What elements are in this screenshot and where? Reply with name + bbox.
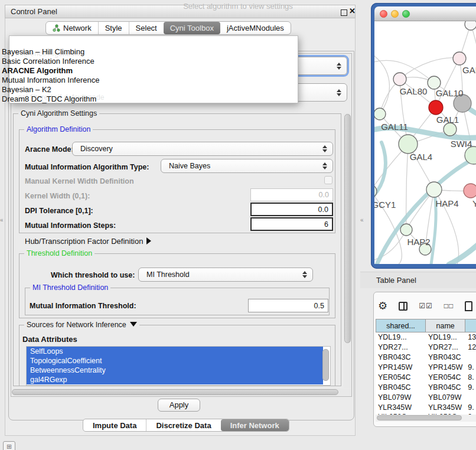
- mi-steps-input[interactable]: 6: [250, 217, 333, 231]
- network-view-window[interactable]: GAL GAL80 GAL10 GAL1 GAL11 SWI4 GAL4 GCY…: [371, 3, 476, 269]
- table-row[interactable]: YER054CYER054C8.: [376, 373, 476, 383]
- node-gal1[interactable]: [429, 100, 443, 115]
- tab-discretize-data[interactable]: Discretize Data: [146, 419, 220, 431]
- popup-item[interactable]: Basic Correlation Inference: [2, 57, 285, 66]
- which-threshold-label: Which threshold to use:: [51, 271, 135, 279]
- list-scrollbar-thumb[interactable]: [322, 349, 329, 381]
- table-toolbar: ⚙ ☑☑ □□: [378, 296, 472, 315]
- node-gal7[interactable]: [453, 52, 466, 65]
- popup-item[interactable]: Bayesian – K2: [2, 85, 285, 94]
- tab-network[interactable]: Network: [46, 22, 98, 34]
- manual-kernel-width-label: Manual Kernel Width Definition: [25, 177, 134, 185]
- node-pink[interactable]: [464, 184, 476, 198]
- zoom-traffic-light-icon[interactable]: [402, 10, 410, 18]
- table-horizontal-scrollbar-thumb[interactable]: [377, 415, 462, 420]
- data-attributes-list[interactable]: SelfLoops TopologicalCoefficient Between…: [26, 346, 331, 386]
- list-item[interactable]: BetweennessCentrality: [27, 366, 323, 375]
- kernel-width-label: Kernel Width (0,1):: [25, 192, 90, 200]
- popup-item[interactable]: Dream8 DC_TDC Algorithm: [2, 94, 285, 104]
- node[interactable]: [444, 123, 457, 136]
- settings-vertical-scrollbar-thumb[interactable]: [344, 114, 351, 343]
- hub-transcription-factor-section[interactable]: Hub/Transcription Factor Definition: [25, 237, 151, 246]
- aracne-mode-combobox[interactable]: Discovery: [72, 142, 333, 156]
- column-header-name[interactable]: name: [426, 319, 465, 332]
- tab-jactivemnodules[interactable]: jActiveMNodules: [220, 22, 291, 34]
- table-row[interactable]: YDL19...YDL19...13: [376, 332, 476, 343]
- tab-cyni-toolbox[interactable]: Cyni Toolbox: [164, 22, 220, 34]
- split-view-columns-icon[interactable]: [399, 302, 407, 311]
- node-table: shared... name YDL19...YDL19...13 YDR27.…: [376, 319, 476, 417]
- settings-horizontal-scrollbar-thumb[interactable]: [12, 389, 338, 395]
- combo-arrows-icon: [302, 271, 307, 278]
- apply-button[interactable]: Apply: [158, 399, 200, 412]
- node-gal10[interactable]: [428, 76, 441, 89]
- network-icon: [53, 24, 60, 32]
- mi-algorithm-type-combobox[interactable]: Naive Bayes: [161, 159, 333, 173]
- node-label: GCY1: [374, 200, 396, 210]
- panel-splitter-handle[interactable]: «: [360, 217, 364, 223]
- node-label: GAL: [462, 65, 476, 75]
- node-label: GAL4: [410, 152, 432, 162]
- export-table-icon[interactable]: [465, 301, 472, 311]
- sources-group-title[interactable]: Sources for Network Inference: [24, 321, 139, 329]
- table-row[interactable]: YLR345WYLR345W9.: [376, 403, 476, 413]
- panel-splitter-handle[interactable]: «: [0, 217, 3, 223]
- table-row[interactable]: YBR043CYBR043C: [376, 353, 476, 363]
- node-label: HAP2: [407, 237, 430, 247]
- minimize-traffic-light-icon[interactable]: [391, 10, 399, 18]
- node-hap2[interactable]: [400, 224, 412, 236]
- combo-arrows-icon: [337, 89, 341, 96]
- node-gal4[interactable]: [399, 135, 418, 154]
- collapse-down-icon: [130, 322, 137, 327]
- combo-arrows-icon: [322, 162, 327, 169]
- mi-algorithm-type-label: Mutual Information Algorithm Type:: [25, 163, 149, 171]
- node[interactable]: [465, 21, 476, 30]
- node-label: GAL10: [436, 88, 464, 98]
- dpi-tolerance-label: DPI Tolerance [0,1]:: [25, 207, 93, 215]
- node-label: GAL80: [400, 86, 428, 96]
- list-item[interactable]: TopologicalCoefficient: [27, 356, 323, 366]
- table-row[interactable]: YBR045CYBR045C9.: [376, 383, 476, 393]
- mi-threshold-definition-title: MI Threshold Definition: [30, 283, 110, 292]
- manual-kernel-width-checkbox[interactable]: [324, 176, 332, 184]
- cyni-algorithm-settings-title: Cyni Algorithm Settings: [18, 109, 99, 118]
- select-all-checkboxes-icon[interactable]: ☑☑: [419, 302, 433, 310]
- table-row[interactable]: YBL079WYBL079W: [376, 393, 476, 403]
- node-label: Y: [472, 198, 476, 208]
- mi-steps-label: Mutual Information Steps:: [25, 221, 116, 230]
- node-label: SWI4: [451, 139, 472, 149]
- network-graph: GAL GAL80 GAL10 GAL1 GAL11 SWI4 GAL4 GCY…: [374, 21, 476, 264]
- popup-item-selected[interactable]: ARACNE Algorithm: [2, 66, 285, 76]
- close-traffic-light-icon[interactable]: [380, 10, 387, 18]
- kernel-width-input[interactable]: 0.0: [250, 188, 333, 201]
- tab-style[interactable]: Style: [98, 22, 129, 34]
- column-header-shared-name[interactable]: shared...: [376, 319, 426, 332]
- tab-select[interactable]: Select: [129, 22, 164, 34]
- expand-right-icon: [146, 237, 151, 244]
- list-item[interactable]: SelfLoops: [27, 347, 323, 356]
- network-canvas[interactable]: GAL GAL80 GAL10 GAL1 GAL11 SWI4 GAL4 GCY…: [374, 21, 476, 264]
- node-hap4[interactable]: [426, 182, 442, 197]
- column-header-partial[interactable]: [465, 319, 476, 332]
- table-row[interactable]: YDR27...YDR27...12: [376, 343, 476, 353]
- which-threshold-combobox[interactable]: MI Threshold: [138, 268, 313, 282]
- mi-threshold-input[interactable]: 0.5: [248, 299, 328, 312]
- popup-item[interactable]: Bayesian – Hill Climbing: [2, 47, 285, 57]
- tab-infer-network[interactable]: Infer Network: [221, 419, 289, 431]
- grid-layout-icon[interactable]: ⊞: [3, 441, 15, 450]
- node-gal11[interactable]: [374, 108, 386, 120]
- algorithm-definition-title: Algorithm Definition: [24, 125, 93, 133]
- node-gal80[interactable]: [393, 73, 406, 86]
- table-row[interactable]: YPR145WYPR145W9.: [376, 363, 476, 373]
- deselect-all-checkboxes-icon[interactable]: □□: [444, 302, 454, 310]
- threshold-definition-title: Threshold Definition: [24, 249, 94, 257]
- node-label: HAP4: [435, 198, 458, 208]
- table-header-row: shared... name: [376, 319, 476, 332]
- mi-threshold-label: Mutual Information Threshold:: [30, 302, 136, 310]
- popup-item[interactable]: Mutual Information Inference: [2, 76, 285, 85]
- settings-gear-icon[interactable]: ⚙: [378, 301, 387, 311]
- control-panel-tabbar: Network Style Select Cyni Toolbox jActiv…: [45, 21, 291, 35]
- tab-impute-data[interactable]: Impute Data: [83, 419, 146, 431]
- list-item[interactable]: gal4RGexp: [27, 375, 323, 384]
- dpi-tolerance-input[interactable]: 0.0: [250, 203, 333, 216]
